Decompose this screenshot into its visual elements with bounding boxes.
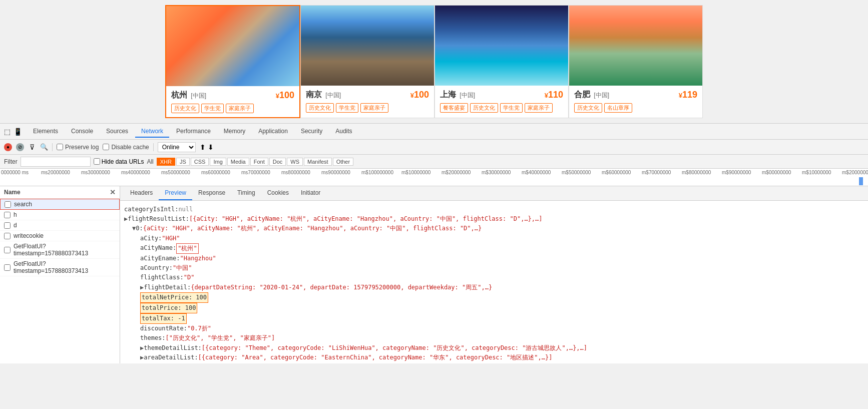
json-line-areadetaillist: ▶ areaDetailList: [{category: "Area", ca…	[124, 353, 864, 362]
request-checkbox-h[interactable]	[4, 212, 11, 218]
filter-button[interactable]: ⊽	[28, 143, 36, 151]
preserve-log-checkbox[interactable]: Preserve log	[57, 144, 99, 151]
tag-jiating[interactable]: 家庭亲子	[226, 104, 254, 113]
devtools-main: Name ✕ search h d writecookie GetFloa	[0, 186, 868, 363]
filter-img[interactable]: Img	[210, 158, 226, 166]
city-country-nanjing: [中国]	[325, 92, 341, 99]
disable-cache-checkbox[interactable]: Disable cache	[103, 144, 149, 151]
request-list: Name ✕ search h d writecookie GetFloa	[0, 186, 120, 363]
json-line-acityname: aCityName: "杭州"	[124, 243, 864, 254]
tab-console[interactable]: Console	[65, 126, 99, 138]
tab-security[interactable]: Security	[295, 126, 328, 138]
tag-lishi[interactable]: 历史文化	[171, 104, 199, 113]
filter-input[interactable]	[21, 157, 91, 167]
timeline-bar: 0000000 ms ms20000000 ms30000000 ms40000…	[0, 169, 868, 186]
detail-tab-timing[interactable]: Timing	[231, 186, 261, 200]
filter-css[interactable]: CSS	[191, 158, 209, 166]
upload-download-icons: ⬆ ⬇	[200, 143, 214, 151]
json-line-acityename: aCityEname: "Hangzhou"	[124, 254, 864, 263]
city-cards-area: 杭州 [中国] ¥100 历史文化 学生党 家庭亲子 南京 [中国]	[0, 0, 868, 123]
tab-network[interactable]: Network	[135, 126, 169, 138]
city-card-hangzhou[interactable]: 杭州 [中国] ¥100 历史文化 学生党 家庭亲子	[165, 5, 300, 118]
close-panel-button[interactable]: ✕	[110, 188, 116, 196]
separator-2	[153, 143, 154, 151]
json-line-themedetaillist: ▶ themeDetailList: [{category: "Theme", …	[124, 343, 864, 353]
request-checkbox-writecookie[interactable]	[4, 233, 11, 239]
json-line-0: ▼ 0: {aCity: "HGH", aCityName: "杭州", aCi…	[124, 224, 864, 233]
request-name-h: h	[14, 211, 17, 218]
filter-media[interactable]: Media	[227, 158, 249, 166]
request-name-getfloat2: GetFloatUI?timestamp=1578880373413	[14, 260, 116, 274]
tab-memory[interactable]: Memory	[218, 126, 251, 138]
detail-tab-initiator[interactable]: Initiator	[295, 186, 326, 200]
city-image-hangzhou	[166, 6, 299, 86]
tab-performance[interactable]: Performance	[170, 126, 217, 138]
detail-tab-preview[interactable]: Preview	[159, 186, 192, 200]
city-name-hefei: 合肥	[574, 90, 590, 99]
detail-tab-bar: Headers Preview Response Timing Cookies …	[120, 186, 868, 201]
request-item-h[interactable]: h	[0, 210, 120, 220]
request-item-getfloat1[interactable]: GetFloatUI?timestamp=1578880373413	[0, 241, 120, 259]
upload-icon[interactable]: ⬆	[200, 143, 206, 151]
city-card-hefei[interactable]: 合肥 [中国] ¥119 历史文化 名山章厚	[569, 5, 703, 118]
city-price-hefei: ¥119	[679, 90, 697, 100]
tag-xuesheng[interactable]: 学生党	[201, 104, 224, 113]
request-name-getfloat1: GetFloatUI?timestamp=1578880373413	[14, 243, 116, 257]
tab-audits[interactable]: Audits	[329, 126, 358, 138]
detail-tab-headers[interactable]: Headers	[124, 186, 159, 200]
city-image-shanghai	[435, 6, 568, 86]
city-tags-nanjing: 历史文化 学生党 家庭亲子	[306, 103, 429, 113]
request-name-d: d	[14, 222, 17, 229]
request-item-getfloat2[interactable]: GetFloatUI?timestamp=1578880373413	[0, 259, 120, 276]
record-button[interactable]: ●	[4, 143, 12, 151]
request-item-d[interactable]: d	[0, 220, 120, 231]
json-line-categoryisintl: categoryIsIntl: null	[124, 205, 864, 214]
city-name-hangzhou: 杭州	[171, 91, 187, 99]
separator-1	[52, 143, 53, 151]
timeline-labels: 0000000 ms ms20000000 ms30000000 ms40000…	[0, 169, 868, 176]
city-card-shanghai[interactable]: 上海 [中国] ¥110 餐客盛宴 历史文化 学生党 家庭亲子	[435, 5, 569, 118]
filter-manifest[interactable]: Manifest	[304, 158, 332, 166]
city-country-hefei: [中国]	[594, 92, 609, 99]
tab-application[interactable]: Application	[252, 126, 294, 138]
filter-js[interactable]: JS	[176, 158, 190, 166]
request-checkbox-getfloat1[interactable]	[4, 247, 11, 253]
filter-font[interactable]: Font	[250, 158, 268, 166]
network-throttle-select[interactable]: Online Fast 3G Slow 3G Offline	[158, 142, 196, 152]
filter-xhr[interactable]: XHR	[157, 158, 175, 166]
hide-data-urls-checkbox[interactable]: Hide data URLs	[94, 158, 144, 165]
city-image-hefei	[569, 6, 702, 86]
json-line-flightdetail: ▶ flightDetail: {departDateString: "2020…	[124, 283, 864, 292]
json-line-acity: aCity: "HGH"	[124, 234, 864, 243]
json-line-discountrate: discountRate: "0.7折"	[124, 324, 864, 333]
city-name-nanjing: 南京	[306, 90, 322, 99]
request-detail: Headers Preview Response Timing Cookies …	[120, 186, 868, 363]
devtools-controls-bar: ● ⊘ ⊽ 🔍 Preserve log Disable cache Onlin…	[0, 140, 868, 155]
request-checkbox-d[interactable]	[4, 222, 11, 229]
request-item-writecookie[interactable]: writecookie	[0, 231, 120, 241]
devtools-panel: ⬚ 📱 Elements Console Sources Network Per…	[0, 123, 868, 363]
inspect-icon[interactable]: ⬚	[4, 128, 11, 136]
tab-sources[interactable]: Sources	[100, 126, 134, 138]
stop-button[interactable]: ⊘	[16, 143, 24, 151]
json-line-hot: hot: 13018	[124, 362, 864, 363]
filter-doc[interactable]: Doc	[269, 158, 286, 166]
request-checkbox-getfloat2[interactable]	[4, 264, 11, 271]
detail-tab-response[interactable]: Response	[192, 186, 231, 200]
filter-type-buttons: XHR JS CSS Img Media Font Doc WS Manifes…	[157, 158, 353, 166]
filter-ws[interactable]: WS	[287, 158, 303, 166]
tab-elements[interactable]: Elements	[27, 126, 64, 138]
request-item-search[interactable]: search	[0, 199, 120, 210]
filter-all-label[interactable]: All	[147, 158, 153, 165]
download-icon[interactable]: ⬇	[208, 143, 214, 151]
filter-other[interactable]: Other	[333, 158, 354, 166]
search-button[interactable]: 🔍	[40, 143, 48, 151]
city-card-nanjing[interactable]: 南京 [中国] ¥100 历史文化 学生党 家庭亲子	[300, 5, 435, 118]
timeline-graph	[0, 176, 868, 186]
json-line-themes: themes: ["历史文化", "学生党", "家庭亲子"]	[124, 333, 864, 343]
json-preview-content[interactable]: categoryIsIntl: null ▶ flightResultList:…	[120, 201, 868, 363]
device-icon[interactable]: 📱	[14, 128, 22, 136]
detail-tab-cookies[interactable]: Cookies	[261, 186, 295, 200]
json-line-totalnetprice: totalNetPrice: 100	[124, 292, 864, 303]
request-checkbox-search[interactable]	[5, 201, 11, 208]
